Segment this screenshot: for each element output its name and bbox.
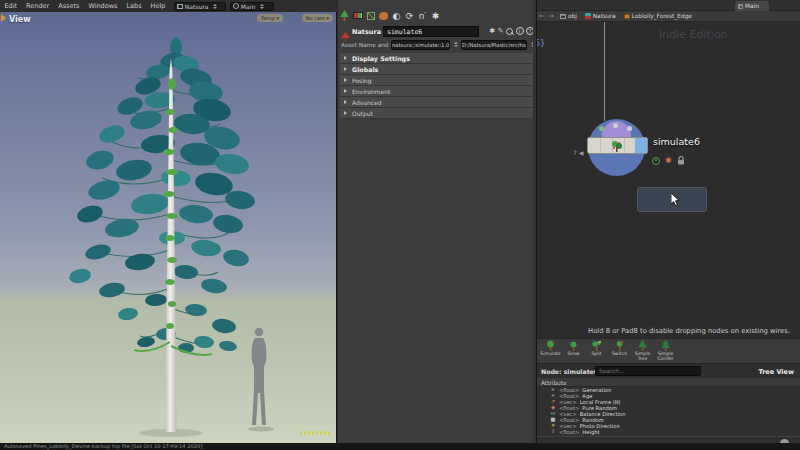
nodes-icon[interactable]: n′ [417, 9, 428, 22]
collapse-triangle-icon [344, 67, 347, 71]
breadcrumb-obj[interactable]: obj [556, 13, 581, 19]
spinner-icon[interactable] [260, 4, 264, 9]
collapse-triangle-icon [344, 78, 347, 82]
simulate6-node[interactable] [587, 137, 648, 154]
menu-bar: Edit Render Assets Windows Labs Help Nat… [0, 0, 337, 12]
natura-breadcrumb-icon [585, 13, 591, 19]
section-display-settings[interactable]: Display Settings [340, 53, 535, 64]
section-posing[interactable]: Posing [340, 75, 535, 86]
desktop-selector-value: Natsura [185, 3, 209, 10]
node-dot-gray [627, 126, 632, 131]
parameter-panel: ◐ ⟳ n′ ✱ Natsura Simulate ✱ ✎ i ? Asset … [338, 0, 537, 443]
persp-button[interactable]: Persp ▾ [257, 14, 283, 22]
search-input[interactable] [595, 366, 701, 376]
subnet-icon [624, 14, 630, 19]
breadcrumb-natura[interactable]: Natsura [581, 13, 620, 19]
node-info-bar: Node: simulate6 Tree View [537, 363, 800, 378]
scale-figure [252, 328, 267, 425]
drop-hint-text: Hold 8 or Pad8 to disable dropping nodes… [588, 327, 790, 335]
creature-icon[interactable] [378, 9, 389, 22]
tool-simple-tree[interactable]: Simple Tree [631, 340, 654, 363]
node-input-marker: 7 ◀ [573, 149, 583, 156]
node-input-wire[interactable] [604, 22, 605, 121]
section-globals[interactable]: Globals [340, 64, 535, 75]
attr-icon: ↕ [550, 429, 556, 434]
spinner-icon[interactable] [213, 4, 217, 9]
spinner-icon[interactable] [454, 42, 458, 47]
node-badges: ✱ [652, 156, 685, 165]
mouse-cursor-icon [671, 193, 681, 207]
tab-menu-shelf: Simulate Grow Split Switch Simple Tree S… [537, 338, 800, 363]
pane-selector-value: Main [241, 3, 255, 10]
menu-help[interactable]: Help [146, 0, 170, 12]
viewport-title: View [9, 15, 31, 24]
node-dot-gray [613, 123, 618, 128]
menu-edit[interactable]: Edit [0, 0, 22, 12]
window-icon [177, 4, 183, 9]
tool-grow[interactable]: Grow [562, 340, 585, 363]
panel-bottom-strip [537, 436, 800, 443]
gear-icon[interactable]: ✱ [489, 27, 495, 35]
viewport-stats-text [300, 431, 332, 435]
lock-icon[interactable] [677, 156, 685, 165]
panel-icon-toolbar: ◐ ⟳ n′ ✱ [339, 8, 441, 23]
breadcrumb-loblolly-forest-edge[interactable]: Loblolly_Forest_Edge [620, 13, 696, 19]
tab-main[interactable]: Main [735, 1, 769, 11]
status-bar: Autosaved Pines_Loblolly_Devine backup h… [0, 443, 800, 450]
section-environment[interactable]: Environment [340, 86, 535, 97]
pane-corner-marker[interactable] [1, 14, 6, 22]
node-progress-cap [635, 138, 647, 154]
scene-viewport[interactable]: View Persp ▾ No cam ▾ [0, 12, 337, 443]
param-header: Natsura Simulate ✱ ✎ i ? [338, 25, 537, 39]
forward-icon[interactable]: → [546, 12, 555, 20]
attribute-header-label: Attribute [541, 380, 567, 386]
asset-path-select[interactable]: D:/Natsura/Plastic/src/ho... [461, 40, 527, 50]
tool-split[interactable]: Split [585, 340, 608, 363]
houdini-window: Edit Render Assets Windows Labs Help Nat… [0, 0, 800, 450]
info-icon[interactable]: i [516, 27, 524, 35]
pencil-icon[interactable]: ✎ [498, 27, 504, 35]
back-icon[interactable]: ← [537, 12, 546, 20]
tool-simple-conifer[interactable]: Simple Conifer [654, 340, 677, 363]
section-advanced[interactable]: Advanced [340, 97, 535, 108]
current-node-label: Node: simulate6 [541, 368, 598, 375]
obj-icon [560, 14, 566, 19]
section-output[interactable]: Output [340, 108, 535, 119]
magnifier-icon[interactable] [506, 28, 513, 35]
menu-render[interactable]: Render [22, 0, 54, 12]
network-canvas[interactable]: Indie Edition 6} simulate6 7 ◀ [537, 22, 800, 338]
node-label[interactable]: simulate6 [653, 136, 700, 147]
status-message: Autosaved Pines_Loblolly_Devine backup h… [4, 443, 202, 450]
param-sections: Display Settings Globals Posing Environm… [340, 53, 535, 119]
moon-icon[interactable]: ◐ [391, 9, 402, 22]
clipped-node-badge: 6} [537, 38, 545, 48]
menu-labs[interactable]: Labs [122, 0, 146, 12]
asset-name-path-row: Asset Name and Path natsura::simulate::1… [338, 40, 537, 52]
tool-switch[interactable]: Switch [608, 340, 631, 363]
desktop-selector[interactable]: Natsura [174, 2, 226, 11]
tree-view-button[interactable]: Tree View [758, 368, 794, 376]
network-breadcrumb: ← → obj Natsura Loblolly_Forest_Edge [537, 11, 800, 22]
flag-badge-icon[interactable]: ✱ [665, 157, 672, 165]
grid-icon [738, 4, 743, 9]
pane-selector[interactable]: Main [230, 2, 274, 11]
node-dot-green [599, 126, 604, 131]
tree-render [0, 12, 337, 443]
camera-button[interactable]: No cam ▾ [302, 14, 333, 22]
scrollbar[interactable] [533, 0, 536, 443]
menu-windows[interactable]: Windows [84, 0, 122, 12]
settings-icon[interactable]: ✱ [430, 9, 441, 22]
natura-tree-icon[interactable] [339, 9, 350, 22]
simulation-badge-icon[interactable] [652, 157, 660, 165]
menu-assets[interactable]: Assets [54, 0, 84, 12]
labs-box-icon[interactable] [365, 9, 376, 22]
attribute-row-height[interactable]: ↕ <float> Height [537, 429, 800, 435]
tool-simulate[interactable]: Simulate [539, 340, 562, 363]
asset-name-select[interactable]: natsura::simulate::1.0 [391, 40, 450, 50]
attribute-list: ∗ <float> Generation ∗ <float> Age ↗ <ve… [537, 387, 800, 436]
materials-icon[interactable] [352, 9, 363, 22]
network-editor: Main ← → obj Natsura Loblolly_Forest_Edg… [537, 0, 800, 443]
node-name-field[interactable] [383, 26, 479, 37]
collapse-triangle-icon [344, 56, 347, 60]
recycle-icon[interactable]: ⟳ [404, 9, 415, 22]
